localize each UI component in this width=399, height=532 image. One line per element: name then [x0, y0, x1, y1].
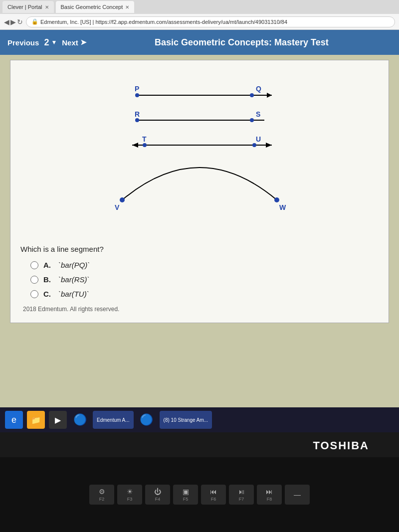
svg-marker-13 — [266, 143, 272, 148]
dash-icon: — — [294, 491, 301, 499]
forward-arrow-icon[interactable]: ▶ — [10, 18, 16, 26]
address-bar-row: ◀ ▶ ↻ 🔒 Edmentum, Inc. [US] | https://f2… — [0, 14, 399, 30]
content-area: P Q R S T U V — [0, 55, 399, 407]
chrome-icon2[interactable]: 🔵 — [138, 411, 156, 429]
svg-point-8 — [250, 118, 254, 122]
file-explorer-icon[interactable]: 📁 — [27, 411, 45, 429]
svg-point-14 — [143, 143, 147, 147]
prev-track-icon: ⏮ — [210, 488, 217, 496]
key-minus[interactable]: — — [285, 485, 310, 505]
taskbar-edmentum[interactable]: Edmentum A... — [93, 411, 134, 429]
answer-choices: A. `bar(PQ)` B. `bar(RS)` C. `bar(TU)` — [20, 261, 379, 298]
tab-clever-label: Clever | Portal — [7, 4, 42, 10]
tab-geometry-close[interactable]: ✕ — [125, 4, 129, 10]
media-icon[interactable]: ▶ — [49, 411, 67, 429]
refresh-icon[interactable]: ↻ — [17, 18, 23, 26]
previous-button[interactable]: Previous — [7, 38, 39, 47]
svg-text:S: S — [256, 110, 260, 118]
taskbar-edmentum-label: Edmentum A... — [97, 417, 130, 423]
tab-clever-close[interactable]: ✕ — [45, 4, 49, 10]
next-arrow-icon: ➤ — [80, 38, 87, 47]
choice-a-text: `bar(PQ)` — [58, 261, 90, 269]
choice-a[interactable]: A. `bar(PQ)` — [30, 261, 379, 269]
taskbar-strange[interactable]: (8) 10 Strange Am... — [160, 411, 212, 429]
taskbar-strange-label: (8) 10 Strange Am... — [164, 417, 208, 423]
key-f7[interactable]: ⏯ F7 — [229, 485, 254, 505]
keyboard-area: ⚙ F2 ☀ F3 ⏻ F4 ▣ F5 ⏮ F6 ⏯ F7 — [0, 457, 399, 532]
settings-icon: ⚙ — [99, 488, 105, 496]
tab-clever[interactable]: Clever | Portal ✕ — [2, 1, 54, 13]
next-button[interactable]: Next ➤ — [62, 38, 87, 47]
footer-text: 2018 Edmentum. All rights reserved. — [20, 306, 379, 313]
laptop-body: TOSHIBA ⚙ F2 ☀ F3 ⏻ F4 ▣ F5 ⏮ F6 — [0, 432, 399, 532]
choice-b-text: `bar(RS)` — [58, 275, 90, 284]
toshiba-brand: TOSHIBA — [313, 439, 369, 452]
back-arrow-icon[interactable]: ◀ — [4, 18, 9, 26]
play-pause-icon: ⏯ — [238, 488, 245, 496]
key-f6[interactable]: ⏮ F6 — [201, 485, 226, 505]
key-f2[interactable]: ⚙ F2 — [89, 485, 114, 505]
keyboard-row: ⚙ F2 ☀ F3 ⏻ F4 ▣ F5 ⏮ F6 ⏯ F7 — [89, 485, 310, 505]
address-text: Edmentum, Inc. [US] | https://f2.app.edm… — [40, 19, 287, 25]
key-f4[interactable]: ⏻ F4 — [145, 485, 170, 505]
chrome-icon[interactable]: 🔵 — [71, 411, 89, 429]
svg-text:W: W — [279, 203, 286, 211]
radio-c[interactable] — [30, 290, 38, 298]
power-icon: ⏻ — [154, 488, 161, 496]
key-f3[interactable]: ☀ F3 — [117, 485, 142, 505]
sun-icon: ☀ — [127, 488, 133, 496]
svg-point-2 — [135, 93, 139, 97]
svg-text:P: P — [135, 85, 139, 93]
choice-c-letter: C. — [43, 290, 53, 298]
choice-c-text: `bar(TU)` — [58, 290, 89, 298]
radio-b[interactable] — [30, 276, 38, 284]
svg-point-7 — [135, 118, 139, 122]
choice-b-letter: B. — [43, 275, 53, 284]
tab-geometry[interactable]: Basic Geometric Concept ✕ — [56, 1, 135, 13]
svg-text:R: R — [135, 110, 140, 118]
svg-text:V: V — [115, 203, 120, 211]
toolbar: Previous 2 ▼ Next ➤ Basic Geometric Conc… — [0, 30, 399, 55]
question-text: Which is a line segment? — [20, 245, 379, 253]
page-title: Basic Geometric Concepts: Mastery Test — [92, 37, 392, 48]
question-dropdown-icon[interactable]: ▼ — [51, 39, 57, 46]
question-num-value: 2 — [44, 37, 49, 48]
radio-a[interactable] — [30, 261, 38, 269]
svg-point-19 — [274, 197, 279, 202]
browser-chrome: Clever | Portal ✕ Basic Geometric Concep… — [0, 0, 399, 30]
svg-text:U: U — [256, 135, 261, 143]
question-number: 2 ▼ — [44, 37, 57, 48]
choice-a-letter: A. — [43, 261, 53, 269]
choice-c[interactable]: C. `bar(TU)` — [30, 290, 379, 298]
next-track-icon: ⏭ — [266, 488, 273, 496]
geometry-diagram: P Q R S T U V — [20, 70, 379, 240]
address-bar[interactable]: 🔒 Edmentum, Inc. [US] | https://f2.app.e… — [26, 16, 395, 27]
lock-icon: 🔒 — [31, 18, 38, 25]
svg-text:Q: Q — [256, 85, 261, 93]
svg-point-15 — [252, 143, 256, 147]
svg-marker-12 — [132, 143, 138, 148]
svg-marker-1 — [267, 93, 272, 98]
display-icon: ▣ — [183, 488, 189, 496]
key-f5[interactable]: ▣ F5 — [173, 485, 198, 505]
svg-text:T: T — [142, 135, 147, 143]
taskbar: e 📁 ▶ 🔵 Edmentum A... 🔵 (8) 10 Strange A… — [0, 407, 399, 432]
ie-icon[interactable]: e — [5, 411, 23, 429]
nav-arrows: ◀ ▶ ↻ — [4, 18, 23, 26]
tab-geometry-label: Basic Geometric Concept — [61, 4, 123, 10]
question-box: P Q R S T U V — [10, 60, 389, 323]
key-f8[interactable]: ⏭ F8 — [257, 485, 282, 505]
svg-point-18 — [120, 197, 125, 202]
tab-bar: Clever | Portal ✕ Basic Geometric Concep… — [0, 0, 399, 14]
choice-b[interactable]: B. `bar(RS)` — [30, 275, 379, 284]
svg-point-3 — [250, 93, 254, 97]
